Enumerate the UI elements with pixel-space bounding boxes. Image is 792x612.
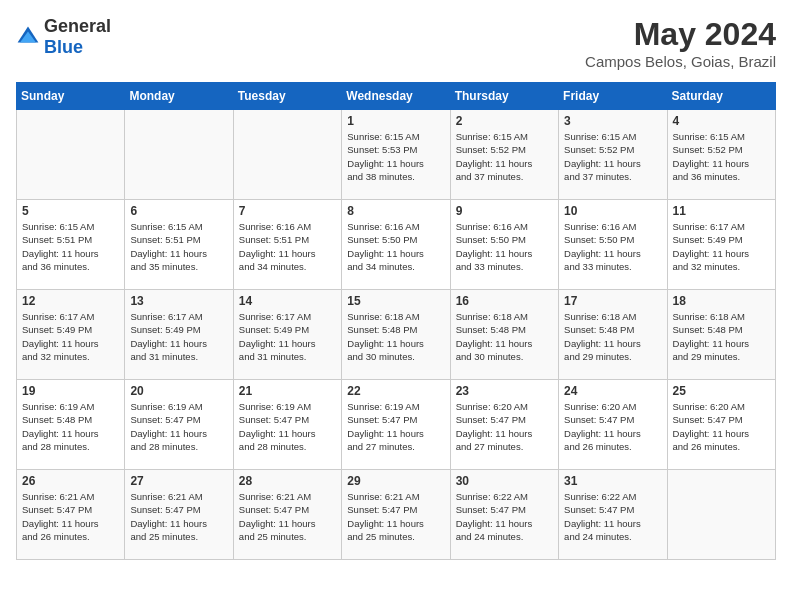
location-title: Campos Belos, Goias, Brazil [585, 53, 776, 70]
weekday-header-friday: Friday [559, 83, 667, 110]
calendar-cell: 5Sunrise: 6:15 AMSunset: 5:51 PMDaylight… [17, 200, 125, 290]
calendar-cell: 1Sunrise: 6:15 AMSunset: 5:53 PMDaylight… [342, 110, 450, 200]
calendar-cell: 11Sunrise: 6:17 AMSunset: 5:49 PMDayligh… [667, 200, 775, 290]
day-number: 3 [564, 114, 661, 128]
day-number: 31 [564, 474, 661, 488]
day-number: 22 [347, 384, 444, 398]
calendar-cell: 4Sunrise: 6:15 AMSunset: 5:52 PMDaylight… [667, 110, 775, 200]
calendar-cell [233, 110, 341, 200]
calendar-cell [667, 470, 775, 560]
calendar-cell: 31Sunrise: 6:22 AMSunset: 5:47 PMDayligh… [559, 470, 667, 560]
day-number: 2 [456, 114, 553, 128]
day-number: 25 [673, 384, 770, 398]
calendar-cell: 9Sunrise: 6:16 AMSunset: 5:50 PMDaylight… [450, 200, 558, 290]
calendar-cell: 23Sunrise: 6:20 AMSunset: 5:47 PMDayligh… [450, 380, 558, 470]
calendar-cell: 30Sunrise: 6:22 AMSunset: 5:47 PMDayligh… [450, 470, 558, 560]
day-number: 8 [347, 204, 444, 218]
page-header: General Blue May 2024 Campos Belos, Goia… [16, 16, 776, 70]
calendar-cell [17, 110, 125, 200]
day-info: Sunrise: 6:16 AMSunset: 5:50 PMDaylight:… [564, 220, 661, 273]
day-number: 27 [130, 474, 227, 488]
day-info: Sunrise: 6:17 AMSunset: 5:49 PMDaylight:… [239, 310, 336, 363]
calendar-cell: 3Sunrise: 6:15 AMSunset: 5:52 PMDaylight… [559, 110, 667, 200]
day-info: Sunrise: 6:19 AMSunset: 5:47 PMDaylight:… [130, 400, 227, 453]
day-info: Sunrise: 6:18 AMSunset: 5:48 PMDaylight:… [564, 310, 661, 363]
day-number: 20 [130, 384, 227, 398]
day-info: Sunrise: 6:15 AMSunset: 5:51 PMDaylight:… [22, 220, 119, 273]
calendar-cell: 21Sunrise: 6:19 AMSunset: 5:47 PMDayligh… [233, 380, 341, 470]
calendar-cell: 20Sunrise: 6:19 AMSunset: 5:47 PMDayligh… [125, 380, 233, 470]
calendar-cell: 17Sunrise: 6:18 AMSunset: 5:48 PMDayligh… [559, 290, 667, 380]
calendar-cell: 13Sunrise: 6:17 AMSunset: 5:49 PMDayligh… [125, 290, 233, 380]
day-info: Sunrise: 6:15 AMSunset: 5:52 PMDaylight:… [564, 130, 661, 183]
day-number: 10 [564, 204, 661, 218]
calendar-cell: 29Sunrise: 6:21 AMSunset: 5:47 PMDayligh… [342, 470, 450, 560]
logo: General Blue [16, 16, 111, 58]
calendar-cell: 26Sunrise: 6:21 AMSunset: 5:47 PMDayligh… [17, 470, 125, 560]
calendar-cell: 22Sunrise: 6:19 AMSunset: 5:47 PMDayligh… [342, 380, 450, 470]
day-number: 1 [347, 114, 444, 128]
day-info: Sunrise: 6:21 AMSunset: 5:47 PMDaylight:… [22, 490, 119, 543]
weekday-header-thursday: Thursday [450, 83, 558, 110]
calendar-cell: 8Sunrise: 6:16 AMSunset: 5:50 PMDaylight… [342, 200, 450, 290]
calendar-cell: 2Sunrise: 6:15 AMSunset: 5:52 PMDaylight… [450, 110, 558, 200]
calendar-week-row: 5Sunrise: 6:15 AMSunset: 5:51 PMDaylight… [17, 200, 776, 290]
calendar-table: SundayMondayTuesdayWednesdayThursdayFrid… [16, 82, 776, 560]
day-number: 14 [239, 294, 336, 308]
day-info: Sunrise: 6:18 AMSunset: 5:48 PMDaylight:… [347, 310, 444, 363]
day-info: Sunrise: 6:19 AMSunset: 5:47 PMDaylight:… [347, 400, 444, 453]
day-info: Sunrise: 6:17 AMSunset: 5:49 PMDaylight:… [673, 220, 770, 273]
day-number: 29 [347, 474, 444, 488]
weekday-header-tuesday: Tuesday [233, 83, 341, 110]
day-info: Sunrise: 6:18 AMSunset: 5:48 PMDaylight:… [456, 310, 553, 363]
day-info: Sunrise: 6:15 AMSunset: 5:51 PMDaylight:… [130, 220, 227, 273]
day-info: Sunrise: 6:16 AMSunset: 5:50 PMDaylight:… [347, 220, 444, 273]
day-info: Sunrise: 6:21 AMSunset: 5:47 PMDaylight:… [347, 490, 444, 543]
calendar-cell: 6Sunrise: 6:15 AMSunset: 5:51 PMDaylight… [125, 200, 233, 290]
day-info: Sunrise: 6:17 AMSunset: 5:49 PMDaylight:… [130, 310, 227, 363]
day-number: 15 [347, 294, 444, 308]
day-number: 30 [456, 474, 553, 488]
day-number: 9 [456, 204, 553, 218]
day-number: 18 [673, 294, 770, 308]
weekday-header-sunday: Sunday [17, 83, 125, 110]
day-info: Sunrise: 6:21 AMSunset: 5:47 PMDaylight:… [130, 490, 227, 543]
day-number: 28 [239, 474, 336, 488]
day-number: 11 [673, 204, 770, 218]
calendar-cell: 28Sunrise: 6:21 AMSunset: 5:47 PMDayligh… [233, 470, 341, 560]
day-number: 24 [564, 384, 661, 398]
day-number: 12 [22, 294, 119, 308]
calendar-cell [125, 110, 233, 200]
day-info: Sunrise: 6:15 AMSunset: 5:52 PMDaylight:… [673, 130, 770, 183]
weekday-header-wednesday: Wednesday [342, 83, 450, 110]
calendar-week-row: 1Sunrise: 6:15 AMSunset: 5:53 PMDaylight… [17, 110, 776, 200]
calendar-cell: 25Sunrise: 6:20 AMSunset: 5:47 PMDayligh… [667, 380, 775, 470]
day-info: Sunrise: 6:16 AMSunset: 5:51 PMDaylight:… [239, 220, 336, 273]
day-info: Sunrise: 6:20 AMSunset: 5:47 PMDaylight:… [673, 400, 770, 453]
day-number: 21 [239, 384, 336, 398]
day-number: 4 [673, 114, 770, 128]
calendar-cell: 27Sunrise: 6:21 AMSunset: 5:47 PMDayligh… [125, 470, 233, 560]
calendar-cell: 15Sunrise: 6:18 AMSunset: 5:48 PMDayligh… [342, 290, 450, 380]
day-info: Sunrise: 6:22 AMSunset: 5:47 PMDaylight:… [456, 490, 553, 543]
calendar-cell: 7Sunrise: 6:16 AMSunset: 5:51 PMDaylight… [233, 200, 341, 290]
weekday-header-saturday: Saturday [667, 83, 775, 110]
calendar-cell: 18Sunrise: 6:18 AMSunset: 5:48 PMDayligh… [667, 290, 775, 380]
day-number: 23 [456, 384, 553, 398]
day-info: Sunrise: 6:15 AMSunset: 5:52 PMDaylight:… [456, 130, 553, 183]
calendar-cell: 10Sunrise: 6:16 AMSunset: 5:50 PMDayligh… [559, 200, 667, 290]
weekday-header-monday: Monday [125, 83, 233, 110]
day-number: 13 [130, 294, 227, 308]
day-number: 7 [239, 204, 336, 218]
day-number: 16 [456, 294, 553, 308]
calendar-cell: 14Sunrise: 6:17 AMSunset: 5:49 PMDayligh… [233, 290, 341, 380]
day-info: Sunrise: 6:15 AMSunset: 5:53 PMDaylight:… [347, 130, 444, 183]
day-info: Sunrise: 6:20 AMSunset: 5:47 PMDaylight:… [564, 400, 661, 453]
day-number: 17 [564, 294, 661, 308]
day-info: Sunrise: 6:19 AMSunset: 5:48 PMDaylight:… [22, 400, 119, 453]
day-info: Sunrise: 6:22 AMSunset: 5:47 PMDaylight:… [564, 490, 661, 543]
logo-blue-text: Blue [44, 37, 83, 57]
calendar-cell: 16Sunrise: 6:18 AMSunset: 5:48 PMDayligh… [450, 290, 558, 380]
title-block: May 2024 Campos Belos, Goias, Brazil [585, 16, 776, 70]
day-info: Sunrise: 6:16 AMSunset: 5:50 PMDaylight:… [456, 220, 553, 273]
